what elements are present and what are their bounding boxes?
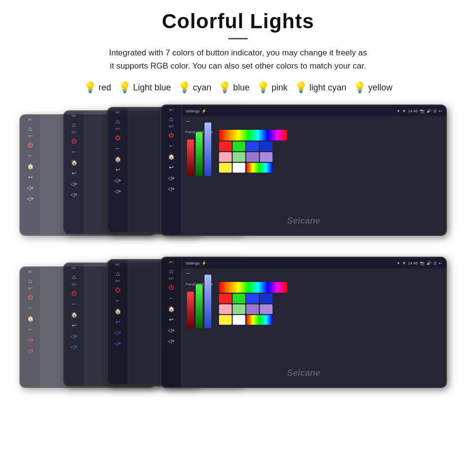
color-item-blue: 💡 blue xyxy=(218,81,250,94)
back-icon-3: ↩ xyxy=(114,165,122,174)
settings-title-2: Settings xyxy=(186,261,200,265)
volume-icon: 🔊 xyxy=(426,109,431,113)
vu2-2: ◁+ xyxy=(70,342,79,351)
home-icon-1: ⌂ xyxy=(26,124,35,133)
page-title: Colorful Lights xyxy=(19,10,457,33)
cell-pink xyxy=(219,152,232,162)
settings-icon-2: ⚡ xyxy=(202,261,206,265)
rst2-1: RST xyxy=(28,287,33,290)
back2-1: ↩ xyxy=(26,325,35,334)
screen-group-1: MIC ⌂ RST ⏻ ← 🏠 ↩ ◁+ ◁+ MIC ⌂ RS xyxy=(19,105,457,243)
camera-icon-2: 📷 xyxy=(420,261,425,265)
color-indicators-row: 💡 red 💡 Light blue 💡 cyan 💡 blue 💡 pink … xyxy=(19,81,457,94)
back2-3: ↩ xyxy=(114,317,122,326)
cell-red xyxy=(219,141,232,151)
cell2-green xyxy=(233,294,245,303)
color-row-2 xyxy=(219,152,287,162)
status-bar-4: Settings ⚡ ✦ ▼ 14:40 📷 🔊 ⊡ ↩ xyxy=(182,105,446,116)
cell2-pink xyxy=(219,304,232,314)
back-chevron: ← xyxy=(186,118,191,124)
cell-darkblue xyxy=(260,141,272,151)
rst2-4: RST xyxy=(169,277,174,280)
bulb-pink: 💡 xyxy=(256,81,270,94)
vol-down-1: ◁+ xyxy=(26,183,35,192)
cell-white xyxy=(233,163,245,173)
power-icon-1: ⏻ xyxy=(26,141,35,149)
back-button-2-4[interactable]: ← xyxy=(182,268,446,278)
vol-down-4: ◁+ xyxy=(167,174,176,182)
back-button-4[interactable]: ← xyxy=(182,116,446,126)
arrow2-1: ← xyxy=(26,303,35,312)
color-label-cyan: cyan xyxy=(193,83,211,93)
device-4-screen: Settings ⚡ ✦ ▼ 14:40 📷 🔊 ⊡ ↩ xyxy=(182,105,446,235)
power-icon-2: ⏻ xyxy=(70,137,79,145)
back-nav-icon-2: ↩ xyxy=(439,261,442,265)
bulb-lightcyan: 💡 xyxy=(294,81,307,94)
color-item-lightblue: 💡 Light blue xyxy=(118,81,171,94)
house2-4: 🏠 xyxy=(167,304,176,313)
cell2-white xyxy=(233,315,245,325)
color-item-pink: 💡 pink xyxy=(256,81,288,94)
rainbow-bar-top-2 xyxy=(219,282,287,293)
house-icon-2: 🏠 xyxy=(70,158,79,167)
time-display: 14:40 xyxy=(408,109,418,113)
color-label-blue: blue xyxy=(233,83,250,93)
bulb-lightblue: 💡 xyxy=(118,81,131,94)
back-arrow-1: ← xyxy=(26,151,35,160)
color-label-lightcyan: light cyan xyxy=(309,83,346,93)
mic-label-4: MIC xyxy=(169,108,173,111)
power-icon-3: ⏻ xyxy=(114,133,122,142)
back-icon-4: ↩ xyxy=(167,163,176,172)
house2-3: 🏠 xyxy=(114,307,122,316)
settings-icon: ⚡ xyxy=(202,109,206,113)
back2-4: ↩ xyxy=(167,315,176,324)
window-icon: ⊡ xyxy=(433,109,437,113)
window-icon-2: ⊡ xyxy=(433,261,437,265)
vu2-1: ◁+ xyxy=(26,346,35,355)
arrow2-2: ← xyxy=(70,299,79,308)
device-4-main: MIC ⌂ RST ⏻ ← 🏠 ↩ ◁+ ◁+ Settings ⚡ xyxy=(160,105,447,236)
color-row-1 xyxy=(219,141,287,151)
back-arrow-4: ← xyxy=(167,141,176,150)
vol-down-2: ◁+ xyxy=(70,179,79,188)
color-item-cyan: 💡 cyan xyxy=(178,81,211,94)
color-item-red: 💡 red xyxy=(84,81,111,94)
vd2-4: ◁+ xyxy=(167,326,176,334)
device2-4-screen: Settings ⚡ ✦ ▼ 14:40 📷 🔊 ⊡ ↩ xyxy=(182,258,446,387)
panel-light-section-2: Panel light color xyxy=(186,282,213,328)
sidebar-3: MIC ⌂ RST ⏻ ← 🏠 ↩ ◁+ ◁+ xyxy=(108,108,128,232)
color-label-yellow: yellow xyxy=(368,83,392,93)
vd2-1: ◁+ xyxy=(26,335,35,344)
sidebar2-2: MIC ⌂ RST ⏻ ← 🏠 ↩ ◁+ ◁+ xyxy=(64,264,85,386)
bulb-yellow: 💡 xyxy=(353,81,366,94)
bulb-cyan: 💡 xyxy=(178,81,191,94)
bluetooth-icon-2: ✦ xyxy=(397,261,400,265)
home-icon-3: ⌂ xyxy=(114,117,122,125)
status-right-4: ✦ ▼ 14:40 📷 🔊 ⊡ ↩ xyxy=(397,109,442,113)
sidebar2-3: MIC ⌂ RST ⏻ ← 🏠 ↩ ◁+ ◁+ xyxy=(108,260,128,385)
vol-up-2: ◁+ xyxy=(70,190,79,199)
title-section: Colorful Lights xyxy=(19,10,457,39)
bar-blue-2 xyxy=(204,275,211,328)
power2-1: ⏻ xyxy=(26,293,35,301)
mic-label-3: MIC xyxy=(116,111,120,114)
status-right-2-4: ✦ ▼ 14:40 📷 🔊 ⊡ ↩ xyxy=(397,261,442,265)
panel-light-section: Panel light color xyxy=(186,130,213,176)
cell2-darkblue xyxy=(260,294,272,303)
house-icon-1: 🏠 xyxy=(26,162,35,171)
house2-2: 🏠 xyxy=(70,310,79,319)
color-row2-2 xyxy=(219,304,287,314)
house-icon-4: 🏠 xyxy=(167,152,176,161)
mic-label: MIC xyxy=(28,118,33,121)
rainbow-bar-top xyxy=(219,130,287,141)
mic-label-2: MIC xyxy=(72,114,76,117)
volume-icon-2: 🔊 xyxy=(426,261,431,265)
bar-red-2 xyxy=(187,292,194,328)
back-arrow-3: ← xyxy=(114,144,122,153)
rst-label: RST xyxy=(28,135,33,138)
page-container: Colorful Lights Integrated with 7 colors… xyxy=(0,0,476,423)
device-4-content: Panel light color xyxy=(182,126,446,235)
cell2-blue xyxy=(246,294,259,303)
power-icon-4: ⏻ xyxy=(167,131,176,140)
time-display-2: 14:40 xyxy=(408,261,418,265)
